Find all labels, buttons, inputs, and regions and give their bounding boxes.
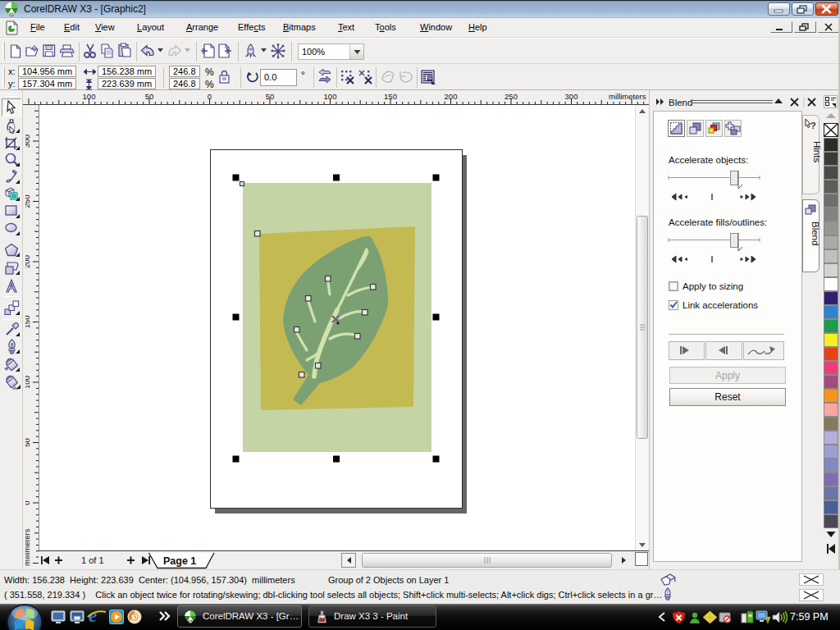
svg-text:250: 250 <box>25 195 31 208</box>
svg-text:Hints: Hints <box>812 141 822 162</box>
svg-text:150: 150 <box>25 316 31 329</box>
svg-text:millimeters: millimeters <box>25 528 31 566</box>
svg-text:50: 50 <box>266 92 275 101</box>
svg-text:100: 100 <box>25 376 31 389</box>
svg-text:millimeters: millimeters <box>609 92 646 101</box>
svg-text:200: 200 <box>445 92 458 101</box>
svg-text:150: 150 <box>384 92 397 101</box>
svg-text:Reset: Reset <box>714 391 741 403</box>
svg-text:Apply to sizing: Apply to sizing <box>682 281 743 291</box>
svg-text:0: 0 <box>25 500 31 504</box>
svg-text:0: 0 <box>208 92 212 101</box>
svg-text:Blend: Blend <box>669 98 692 107</box>
svg-text:Page 1: Page 1 <box>163 555 196 567</box>
svg-text:Apply: Apply <box>715 370 740 381</box>
svg-text:!: ! <box>767 617 769 623</box>
svg-text:200: 200 <box>25 255 31 268</box>
svg-text:250: 250 <box>504 92 518 101</box>
svg-text:50: 50 <box>145 92 154 101</box>
svg-text:Accelerate fills/outlines:: Accelerate fills/outlines: <box>669 217 767 227</box>
svg-text:1 of 1: 1 of 1 <box>81 555 104 565</box>
svg-text:300: 300 <box>565 92 578 101</box>
svg-text:300: 300 <box>25 135 31 148</box>
svg-text:50: 50 <box>25 438 31 447</box>
svg-text:100: 100 <box>83 92 96 101</box>
svg-text:Accelerate objects:: Accelerate objects: <box>669 155 748 165</box>
svg-text:Blend: Blend <box>810 221 820 245</box>
svg-text:Link accelerations: Link accelerations <box>682 300 758 310</box>
svg-text:?: ? <box>810 121 816 130</box>
svg-text:100: 100 <box>324 92 337 101</box>
